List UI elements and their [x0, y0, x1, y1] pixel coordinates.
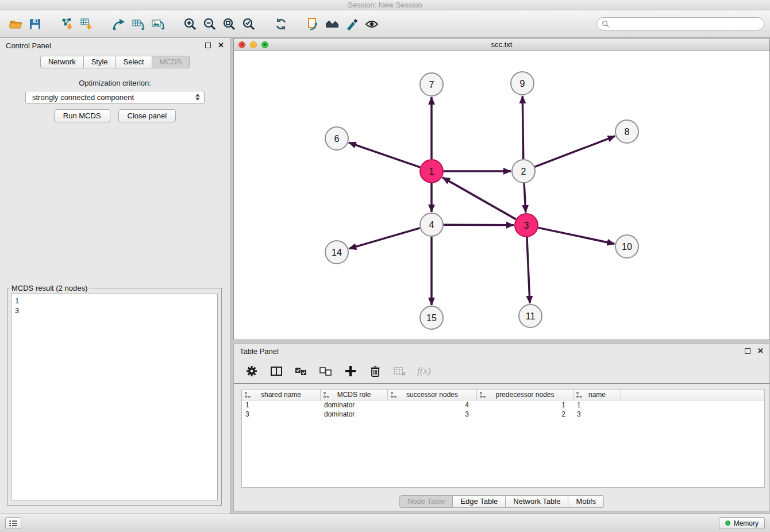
zoom-fit-button[interactable]: [220, 14, 239, 34]
toolbar-search-input[interactable]: [612, 20, 759, 28]
graph-node-6[interactable]: 6: [325, 127, 348, 150]
table-tab-network-table[interactable]: Network Table: [506, 495, 568, 508]
save-session-button[interactable]: [25, 14, 45, 34]
graph-node-label: 6: [334, 134, 340, 144]
search-icon: [602, 20, 609, 28]
zoom-in-button[interactable]: [180, 14, 200, 34]
show-column-button[interactable]: [269, 364, 284, 379]
graph-node-14[interactable]: 14: [325, 241, 348, 264]
copy-network-button[interactable]: [303, 14, 323, 34]
table-row-2[interactable]: 3dominator323: [242, 410, 764, 419]
unselect-all-columns-button[interactable]: [318, 364, 333, 379]
graph-node-label: 10: [622, 242, 632, 252]
graph-node-label: 9: [520, 79, 525, 88]
close-panel-icon[interactable]: ✕: [218, 43, 224, 48]
graph-node-4[interactable]: 4: [420, 213, 443, 236]
gear-icon: [245, 365, 258, 377]
graph-edge-4-3[interactable]: [444, 225, 514, 225]
new-network-icon: [111, 17, 126, 32]
import-network-button[interactable]: [57, 14, 77, 34]
create-column-button[interactable]: [343, 364, 358, 379]
graph-node-15[interactable]: 15: [420, 306, 443, 329]
graph-edge-2-8[interactable]: [535, 136, 615, 167]
node-table: shared nameMCDS rolesuccessor nodesprede…: [241, 389, 765, 488]
trash-icon: [369, 365, 382, 377]
graph-node-label: 8: [625, 127, 630, 137]
mcds-result-item: 3: [15, 306, 214, 315]
graph-node-1[interactable]: 1: [420, 160, 443, 183]
import-table-icon: [79, 17, 94, 32]
mcds-result-group: MCDS result (2 nodes) 13: [7, 284, 222, 506]
window-minimize-icon[interactable]: –: [250, 41, 257, 48]
home-layout-button[interactable]: [323, 14, 342, 34]
apply-style-button[interactable]: [342, 14, 362, 34]
optimization-criterion-dropdown[interactable]: strongly connected component: [25, 91, 205, 104]
graph-node-8[interactable]: 8: [615, 120, 638, 143]
table-cell: 1: [242, 401, 321, 409]
column-header-predecessor-nodes[interactable]: predecessor nodes: [477, 390, 573, 400]
graph-node-3[interactable]: 3: [515, 214, 538, 237]
graph-edge-4-14[interactable]: [349, 228, 420, 249]
delete-column-button[interactable]: [368, 364, 383, 379]
tab-select[interactable]: Select: [116, 56, 152, 68]
export-image-button[interactable]: [148, 14, 168, 34]
import-table-button[interactable]: [77, 14, 97, 34]
column-header-shared-name[interactable]: shared name: [242, 390, 321, 400]
graph-node-7[interactable]: 7: [420, 73, 443, 96]
mcds-result-list[interactable]: 13: [11, 294, 218, 500]
float-panel-icon[interactable]: [205, 43, 211, 48]
zoom-out-button[interactable]: [200, 14, 220, 34]
select-all-columns-button[interactable]: [294, 364, 309, 379]
refresh-layout-button[interactable]: [271, 14, 291, 34]
graph-edge-1-6[interactable]: [349, 142, 420, 167]
unchecked-boxes-icon: [319, 365, 333, 377]
zoom-selected-button[interactable]: [239, 14, 259, 34]
graph-edge-3-11[interactable]: [527, 237, 530, 303]
dropdown-selected-value: strongly connected component: [32, 93, 134, 102]
graph-edge-2-9[interactable]: [522, 96, 523, 159]
table-settings-button[interactable]: [244, 364, 259, 379]
graph-edge-3-1[interactable]: [442, 178, 516, 219]
run-mcds-button[interactable]: Run MCDS: [54, 109, 110, 122]
copy-document-icon: [306, 17, 321, 32]
table-tab-node-table[interactable]: Node Table: [399, 495, 453, 508]
control-panel-header: Control Panel ✕: [0, 38, 230, 53]
table-panel-close-icon[interactable]: ✕: [757, 348, 764, 354]
delete-table-button[interactable]: [392, 364, 407, 379]
graph-node-9[interactable]: 9: [511, 72, 534, 95]
window-title: Session: New Session: [348, 1, 422, 9]
table-panel-float-icon[interactable]: [745, 348, 750, 354]
graph-node-label: 15: [426, 313, 437, 323]
tab-network[interactable]: Network: [40, 56, 84, 68]
toolbar-search[interactable]: [596, 17, 764, 30]
column-hierarchy-icon: [576, 391, 583, 398]
table-tab-motifs[interactable]: Motifs: [568, 495, 604, 508]
open-session-button[interactable]: [6, 14, 25, 34]
network-canvas[interactable]: 7968124314101511: [234, 51, 769, 340]
memory-button[interactable]: Memory: [719, 517, 765, 529]
graph-edge-2-3[interactable]: [524, 183, 526, 213]
column-header-successor-nodes[interactable]: successor nodes: [388, 390, 477, 400]
window-close-icon[interactable]: ✕: [238, 41, 245, 48]
tab-mcds[interactable]: MCDS: [152, 56, 190, 68]
table-panel: Table Panel ✕: [233, 343, 770, 511]
window-maximize-icon[interactable]: +: [261, 41, 268, 48]
function-builder-button[interactable]: f(x): [417, 364, 431, 379]
table-tab-edge-table[interactable]: Edge Table: [453, 495, 506, 508]
export-table-button[interactable]: [129, 14, 148, 34]
tab-style[interactable]: Style: [84, 56, 116, 68]
table-row-1[interactable]: 1dominator411: [242, 400, 764, 410]
network-graph[interactable]: 7968124314101511: [234, 51, 769, 340]
graph-node-10[interactable]: 10: [615, 235, 638, 258]
show-graphics-details-button[interactable]: [362, 14, 382, 34]
task-history-button[interactable]: [5, 517, 21, 529]
column-header-name[interactable]: name: [573, 390, 621, 400]
column-header-MCDS-role[interactable]: MCDS role: [321, 390, 388, 400]
mcds-result-title: MCDS result (2 nodes): [10, 284, 89, 292]
new-network-from-selection-button[interactable]: [109, 14, 129, 34]
main-toolbar: [0, 10, 770, 38]
graph-node-11[interactable]: 11: [519, 304, 542, 327]
graph-node-2[interactable]: 2: [512, 160, 535, 183]
close-panel-button[interactable]: Close panel: [118, 109, 176, 122]
graph-edge-3-10[interactable]: [538, 228, 615, 244]
